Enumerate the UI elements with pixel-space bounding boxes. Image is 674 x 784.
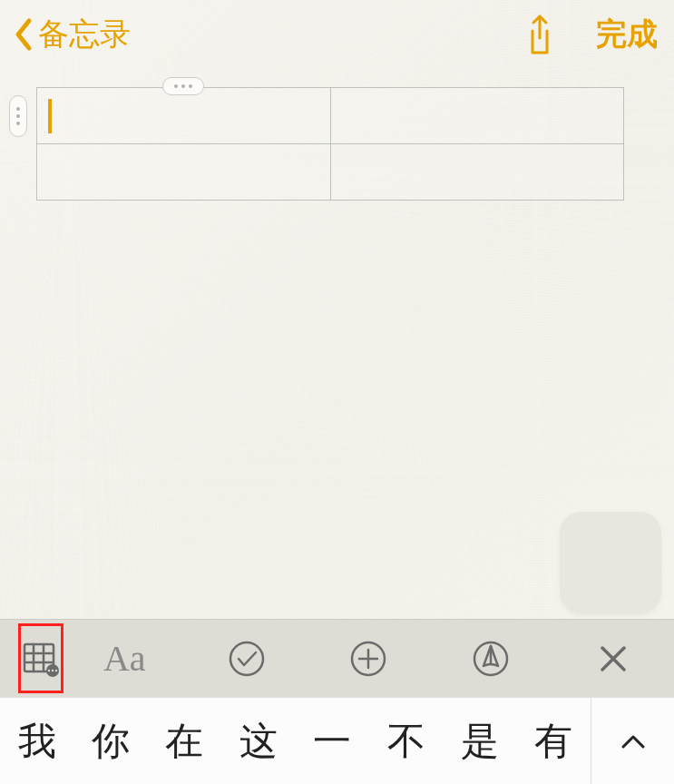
checklist-tool-button[interactable] [186,620,308,697]
svg-point-9 [55,669,57,671]
ime-candidate[interactable]: 我 [0,716,73,767]
table-cell-r0c0[interactable] [37,88,331,144]
table-cell-r1c0[interactable] [37,144,331,201]
note-table[interactable] [36,87,624,201]
draw-tool-button[interactable] [430,620,552,697]
check-circle-icon [227,639,267,679]
pen-circle-icon [471,639,511,679]
ime-candidate[interactable]: 是 [443,716,516,767]
svg-point-8 [52,669,54,671]
back-label: 备忘录 [38,14,131,55]
font-icon: Aa [103,637,146,680]
expand-candidates-button[interactable] [591,698,674,784]
done-button[interactable]: 完成 [596,14,661,55]
format-toolbar: Aa [0,619,674,697]
header: 备忘录 完成 [0,0,674,69]
plus-circle-icon [348,639,388,679]
close-toolbar-button[interactable] [552,620,674,697]
ime-candidate[interactable]: 一 [296,716,369,767]
row-handle-icon[interactable] [9,95,27,137]
close-icon [593,639,633,679]
svg-point-7 [48,669,50,671]
table-cell-r0c1[interactable] [330,88,624,144]
ime-candidate[interactable]: 这 [221,716,295,767]
note-content-area[interactable] [0,69,674,201]
note-table-wrapper [36,87,638,201]
share-button[interactable] [523,13,556,56]
floating-panel[interactable] [560,512,661,613]
add-tool-button[interactable] [308,620,430,697]
table-tool-button[interactable] [18,623,63,693]
column-handle-icon[interactable] [162,77,204,95]
font-tool-button[interactable]: Aa [63,620,186,697]
chevron-left-icon [13,17,33,52]
ime-candidate[interactable]: 不 [369,716,443,767]
table-icon [21,639,61,679]
table-cell-r1c1[interactable] [330,144,624,201]
chevron-up-icon [620,732,647,750]
ime-candidate-bar: 我 你 在 这 一 不 是 有 [0,697,674,784]
ime-candidate[interactable]: 有 [517,716,591,767]
svg-point-10 [230,642,263,675]
ime-candidate[interactable]: 你 [73,716,147,767]
ime-candidate[interactable]: 在 [148,716,221,767]
text-cursor [48,99,52,133]
back-button[interactable]: 备忘录 [13,14,131,55]
